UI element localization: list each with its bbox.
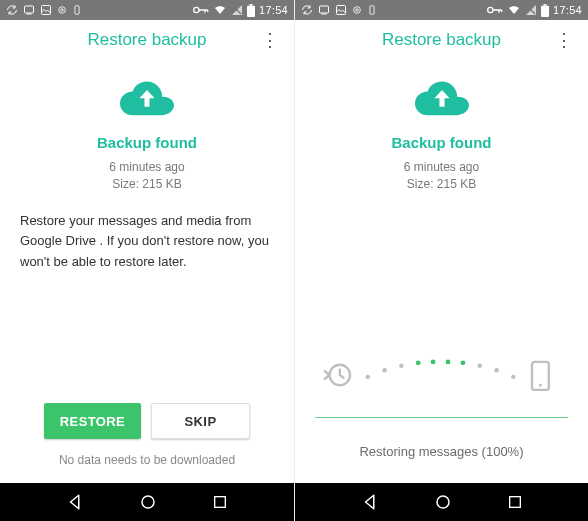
- svg-point-5: [194, 7, 199, 12]
- app-bar: Restore backup ⋮: [295, 20, 588, 60]
- vpn-key-icon: [193, 4, 209, 16]
- overflow-menu-icon[interactable]: ⋮: [552, 29, 576, 51]
- progress-bar: [315, 417, 568, 418]
- svg-point-13: [356, 9, 359, 12]
- status-left-icons: [301, 4, 377, 16]
- svg-point-29: [494, 368, 498, 372]
- sync-icon: [6, 4, 18, 16]
- backup-found-title: Backup found: [392, 134, 492, 151]
- status-right-icons: 17:54: [487, 4, 582, 17]
- status-clock: 17:54: [259, 4, 288, 16]
- android-nav-bar: [0, 483, 294, 521]
- nav-recent-icon[interactable]: [212, 494, 228, 510]
- svg-rect-10: [215, 497, 226, 508]
- message-icon: [318, 4, 330, 16]
- nav-home-icon[interactable]: [434, 493, 452, 511]
- status-bar: 17:54: [295, 0, 588, 20]
- nav-recent-icon[interactable]: [507, 494, 523, 510]
- message-icon: [23, 4, 35, 16]
- svg-point-16: [488, 7, 493, 12]
- svg-rect-4: [75, 6, 79, 14]
- svg-point-27: [461, 360, 466, 365]
- svg-rect-34: [509, 497, 520, 508]
- signal-off-icon: [231, 4, 243, 16]
- wifi-icon: [507, 4, 521, 16]
- location-icon: [352, 4, 362, 16]
- svg-rect-18: [541, 5, 549, 16]
- image-icon: [40, 4, 52, 16]
- svg-rect-7: [247, 5, 255, 16]
- status-clock: 17:54: [553, 4, 582, 16]
- svg-point-21: [366, 375, 370, 379]
- battery-icon: [541, 4, 549, 17]
- page-title: Restore backup: [12, 30, 258, 50]
- content-area: Backup found 6 minutes ago Size: 215 KB …: [0, 60, 294, 483]
- app-icon: [72, 4, 82, 16]
- cloud-upload-icon: [415, 80, 469, 124]
- svg-rect-11: [320, 6, 329, 13]
- backup-meta: 6 minutes ago Size: 215 KB: [109, 159, 184, 193]
- restore-description: Restore your messages and media from Goo…: [20, 211, 274, 273]
- svg-rect-19: [543, 4, 546, 6]
- button-row: RESTORE SKIP: [20, 403, 274, 453]
- svg-point-22: [382, 368, 386, 372]
- signal-off-icon: [525, 4, 537, 16]
- svg-point-28: [478, 363, 482, 367]
- svg-point-32: [539, 384, 542, 387]
- skip-button[interactable]: SKIP: [151, 403, 250, 439]
- svg-point-26: [446, 360, 451, 365]
- progress-label: Restoring messages (100%): [359, 444, 523, 459]
- app-icon: [367, 4, 377, 16]
- svg-point-30: [511, 375, 515, 379]
- phone-icon: [532, 362, 549, 390]
- android-nav-bar: [295, 483, 588, 521]
- svg-point-33: [437, 496, 449, 508]
- backup-time: 6 minutes ago: [404, 159, 479, 176]
- backup-size: Size: 215 KB: [109, 176, 184, 193]
- nav-back-icon[interactable]: [66, 493, 84, 511]
- svg-point-23: [399, 363, 403, 367]
- status-left-icons: [6, 4, 82, 16]
- cloud-upload-icon: [120, 80, 174, 124]
- screen-restore-prompt: 17:54 Restore backup ⋮ Backup found 6 mi…: [0, 0, 294, 521]
- svg-rect-0: [25, 6, 34, 13]
- history-icon: [325, 365, 350, 386]
- location-icon: [57, 4, 67, 16]
- footer-note: No data needs to be downloaded: [59, 453, 235, 477]
- battery-icon: [247, 4, 255, 17]
- svg-point-9: [142, 496, 154, 508]
- overflow-menu-icon[interactable]: ⋮: [258, 29, 282, 51]
- backup-size: Size: 215 KB: [404, 176, 479, 193]
- status-right-icons: 17:54: [193, 4, 288, 17]
- svg-rect-15: [370, 6, 374, 14]
- nav-back-icon[interactable]: [361, 493, 379, 511]
- image-icon: [335, 4, 347, 16]
- app-bar: Restore backup ⋮: [0, 20, 294, 60]
- backup-found-title: Backup found: [97, 134, 197, 151]
- svg-rect-8: [249, 4, 252, 6]
- backup-time: 6 minutes ago: [109, 159, 184, 176]
- sync-icon: [301, 4, 313, 16]
- svg-point-2: [61, 9, 64, 12]
- content-area: Backup found 6 minutes ago Size: 215 KB: [295, 60, 588, 483]
- status-bar: 17:54: [0, 0, 294, 20]
- screen-restoring-progress: 17:54 Restore backup ⋮ Backup found 6 mi…: [294, 0, 588, 521]
- restore-button[interactable]: RESTORE: [44, 403, 141, 439]
- progress-area: Restoring messages (100%): [315, 355, 568, 477]
- transfer-animation: [315, 355, 568, 399]
- svg-point-25: [431, 360, 436, 365]
- nav-home-icon[interactable]: [139, 493, 157, 511]
- vpn-key-icon: [487, 4, 503, 16]
- svg-point-3: [59, 7, 66, 14]
- page-title: Restore backup: [307, 30, 552, 50]
- wifi-icon: [213, 4, 227, 16]
- backup-meta: 6 minutes ago Size: 215 KB: [404, 159, 479, 193]
- svg-point-24: [416, 360, 421, 365]
- svg-point-14: [354, 7, 361, 14]
